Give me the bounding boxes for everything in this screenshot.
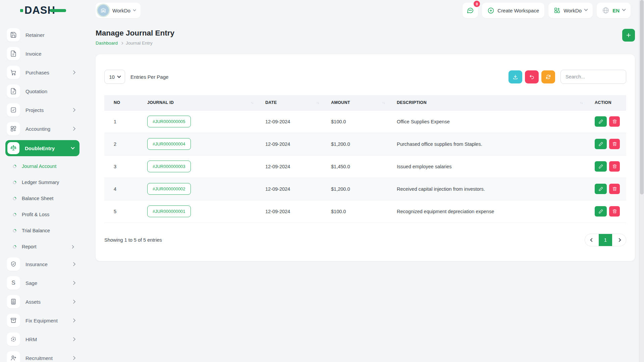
sidebar-item-hrm[interactable]: HRM bbox=[0, 330, 86, 349]
create-journal-entry-button[interactable] bbox=[622, 29, 635, 42]
sidebar-item-accounting[interactable]: Accounting bbox=[0, 119, 86, 138]
chevron-right-icon bbox=[617, 238, 621, 242]
edit-button[interactable] bbox=[595, 206, 607, 217]
language-code: EN bbox=[612, 8, 620, 13]
sidebar-item-recruitment[interactable]: Recruitment bbox=[0, 349, 86, 362]
delete-button[interactable] bbox=[609, 139, 620, 149]
sort-icon[interactable]: ↑↓ bbox=[580, 101, 583, 105]
cell-description: Purchased office supplies from Staples. bbox=[387, 133, 585, 155]
main-content: Manage Journal Entry Dashboard Journal E… bbox=[86, 21, 644, 362]
sidebar-item-sage[interactable]: S Sage bbox=[0, 274, 86, 292]
cell-no: 3 bbox=[104, 155, 138, 178]
messages-button[interactable]: 0 bbox=[463, 3, 478, 18]
cart-icon bbox=[7, 66, 20, 79]
search-input[interactable] bbox=[560, 70, 626, 84]
sidebar-item-assets[interactable]: Assets bbox=[0, 292, 86, 311]
language-selector[interactable]: EN bbox=[597, 3, 631, 18]
cell-date: 12-09-2024 bbox=[256, 155, 322, 178]
delete-button[interactable] bbox=[609, 184, 620, 194]
sidebar-subitem-trial-balance[interactable]: Trial Balance bbox=[0, 223, 86, 239]
column-header-no[interactable]: NO bbox=[104, 95, 138, 110]
page-number-button[interactable]: 1 bbox=[599, 234, 612, 246]
sidebar-subitem-profit-loss[interactable]: Profit & Loss bbox=[0, 206, 86, 223]
file-icon bbox=[7, 47, 20, 60]
journal-id-badge[interactable]: #JUR000000002 bbox=[147, 183, 191, 195]
sidebar-item-fix-equipment[interactable]: Fix Equipment bbox=[0, 311, 86, 330]
cell-no: 1 bbox=[104, 110, 138, 133]
edit-button[interactable] bbox=[595, 184, 607, 194]
sidebar-item-invoice[interactable]: Invoice bbox=[0, 44, 86, 63]
column-header-amount[interactable]: AMOUNT↑↓ bbox=[322, 95, 387, 110]
journal-id-badge[interactable]: #JUR000000005 bbox=[147, 116, 191, 127]
page-scrollbar[interactable] bbox=[639, 0, 644, 362]
scrollbar-thumb[interactable] bbox=[640, 0, 644, 194]
sidebar-item-projects[interactable]: Projects bbox=[0, 101, 86, 119]
workspace-selector[interactable]: WorkDo bbox=[96, 3, 141, 18]
letter-s-icon: S bbox=[7, 276, 20, 290]
chevron-right-icon bbox=[71, 262, 75, 266]
reset-button[interactable] bbox=[525, 70, 539, 83]
entries-per-page-select[interactable]: 10 bbox=[104, 70, 125, 84]
edit-button[interactable] bbox=[595, 139, 607, 149]
plus-circle-icon bbox=[487, 7, 494, 14]
refresh-button[interactable] bbox=[541, 70, 555, 83]
cell-description: Received capital injection from investor… bbox=[387, 178, 585, 200]
breadcrumb-dashboard-link[interactable]: Dashboard bbox=[96, 41, 118, 46]
cell-no: 4 bbox=[104, 178, 138, 200]
column-header-description[interactable]: DESCRIPTION↑↓ bbox=[387, 95, 585, 110]
sidebar-item-quotation[interactable]: Quotation bbox=[0, 82, 86, 101]
delete-button[interactable] bbox=[609, 206, 620, 217]
delete-button[interactable] bbox=[609, 116, 620, 127]
workspace-avatar bbox=[98, 5, 109, 16]
workdo-menu-button[interactable]: WorkDo bbox=[548, 3, 593, 18]
cell-amount: $1,200.0 bbox=[322, 178, 387, 200]
sort-icon[interactable]: ↑↓ bbox=[316, 101, 319, 105]
chevron-down-icon bbox=[117, 74, 121, 78]
cell-date: 12-09-2024 bbox=[256, 178, 322, 200]
export-button[interactable] bbox=[508, 70, 522, 83]
sidebar: Retainer Invoice Purchases Quotation Pro… bbox=[0, 21, 86, 362]
breadcrumb-separator-icon bbox=[120, 42, 123, 44]
chevron-right-icon bbox=[71, 356, 75, 360]
sort-icon[interactable]: ↑↓ bbox=[251, 101, 253, 105]
pencil-icon bbox=[598, 209, 603, 214]
edit-button[interactable] bbox=[595, 116, 607, 127]
cell-description: Issued employee salaries bbox=[387, 155, 585, 178]
page-title: Manage Journal Entry bbox=[96, 29, 174, 38]
previous-page-button[interactable] bbox=[585, 234, 599, 246]
cell-description: Recognized equipment depreciation expens… bbox=[387, 200, 585, 223]
column-header-journal-id[interactable]: JOURNAL ID↑↓ bbox=[138, 95, 256, 110]
messages-count-badge: 0 bbox=[474, 1, 480, 7]
chevron-right-icon bbox=[71, 70, 75, 74]
journal-id-badge[interactable]: #JUR000000001 bbox=[147, 205, 191, 217]
column-header-action: ACTION bbox=[585, 95, 626, 110]
user-plus-icon bbox=[7, 351, 20, 362]
delete-button[interactable] bbox=[609, 161, 620, 172]
bullet-icon bbox=[13, 213, 16, 217]
chat-icon bbox=[467, 7, 474, 14]
create-workspace-button[interactable]: Create Workspace bbox=[482, 3, 544, 18]
sidebar-item-retainer[interactable]: Retainer bbox=[0, 25, 86, 44]
sidebar-item-purchases[interactable]: Purchases bbox=[0, 63, 86, 82]
entries-per-page-value: 10 bbox=[109, 74, 115, 80]
create-workspace-label: Create Workspace bbox=[497, 8, 539, 13]
journal-id-badge[interactable]: #JUR000000004 bbox=[147, 138, 191, 150]
sidebar-subitem-balance-sheet[interactable]: Balance Sheet bbox=[0, 190, 86, 206]
sidebar-item-insurance[interactable]: Insurance bbox=[0, 255, 86, 274]
sidebar-subitem-journal-account[interactable]: Journal Account bbox=[0, 158, 86, 174]
grid-icon bbox=[7, 122, 20, 135]
breadcrumb: Dashboard Journal Entry bbox=[96, 41, 174, 46]
pencil-icon bbox=[598, 164, 603, 169]
sidebar-subitem-report[interactable]: Report bbox=[0, 239, 86, 255]
sort-icon[interactable]: ↑↓ bbox=[382, 101, 385, 105]
sidebar-item-doubleentry[interactable]: DoubleEntry bbox=[0, 138, 86, 158]
sidebar-subitem-ledger-summary[interactable]: Ledger Summary bbox=[0, 174, 86, 190]
cell-description: Office Supplies Expense bbox=[387, 110, 585, 133]
cell-amount: $1,200.0 bbox=[322, 133, 387, 155]
next-page-button[interactable] bbox=[612, 234, 626, 246]
edit-button[interactable] bbox=[595, 161, 607, 172]
workdo-menu-label: WorkDo bbox=[564, 8, 582, 13]
logo-dash-bar bbox=[50, 9, 66, 12]
journal-id-badge[interactable]: #JUR000000003 bbox=[147, 161, 191, 172]
column-header-date[interactable]: DATE↑↓ bbox=[256, 95, 322, 110]
